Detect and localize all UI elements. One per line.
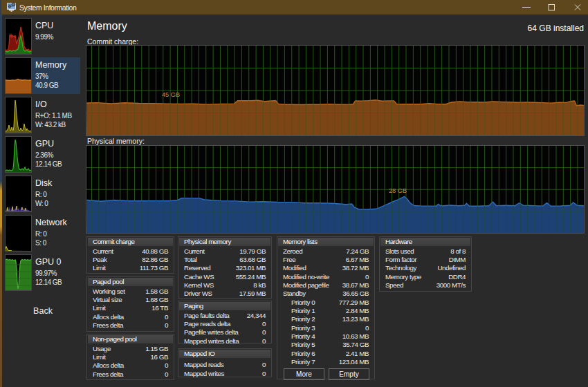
svg-text:45 GB: 45 GB — [162, 91, 180, 98]
svg-text:28 GB: 28 GB — [389, 187, 407, 194]
